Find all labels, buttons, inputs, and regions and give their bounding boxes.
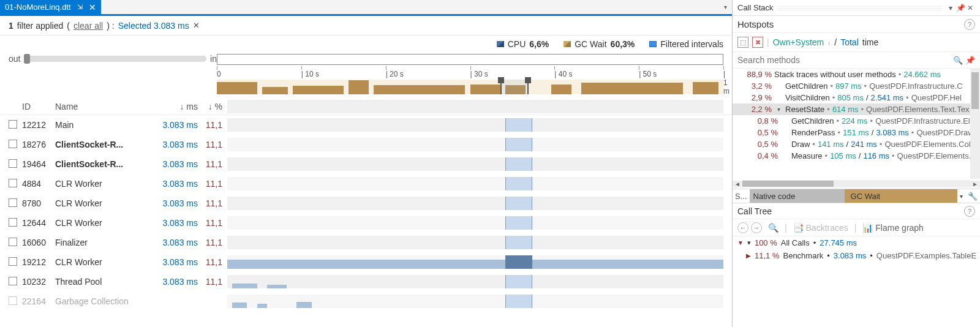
hotspot-row[interactable]: 2,2 %▾ResetState • 614 ms • QuestPDF.Ele… (733, 103, 980, 115)
tab-overflow-icon[interactable]: ▾ (719, 4, 732, 10)
backtraces-button[interactable]: 📑 Backtraces (793, 223, 848, 233)
close-panel-icon[interactable]: ✕ (965, 4, 975, 12)
flame-graph-button[interactable]: 📊 Flame graph (862, 223, 923, 233)
document-tab[interactable]: 01-NoMoreLinq.dtt ⇲ ✕ (0, 0, 101, 14)
thread-checkbox[interactable] (9, 218, 17, 227)
call-tree-row[interactable]: ▼ ▾ 100 % All Calls • 27.745 ms (733, 236, 980, 249)
close-tab-icon[interactable]: ✕ (89, 2, 96, 12)
ruler-tick: | 40 s (554, 66, 572, 78)
col-name-header[interactable]: Name (55, 102, 150, 111)
search-icon[interactable]: 🔍 (768, 223, 778, 233)
clear-all-link[interactable]: clear all (74, 21, 103, 31)
vertical-scrollbar[interactable] (970, 69, 980, 179)
scope-icon-1[interactable]: ⬚ (737, 37, 748, 48)
thread-pct: 11,1 (198, 159, 222, 169)
search-input[interactable] (737, 55, 951, 65)
thread-checkbox[interactable] (9, 257, 17, 266)
thread-ms: 3.083 ms (150, 179, 198, 189)
hotspot-row[interactable]: 0,4 %Measure • 105 ms / 116 ms • QuestPD… (733, 150, 980, 162)
zoom-slider-track[interactable] (24, 56, 206, 62)
thread-id: 19212 (22, 257, 55, 267)
thread-track[interactable] (227, 295, 723, 308)
gc-segment[interactable]: GC Wait (845, 189, 957, 203)
thread-track[interactable] (227, 197, 723, 210)
ruler-tick: | 1 m (723, 66, 729, 96)
thread-pct: 11,1 (198, 120, 222, 130)
summary-menu-icon[interactable]: ▾ (957, 193, 965, 200)
col-ms-header[interactable]: ↓ ms (150, 102, 198, 111)
col-id-header[interactable]: ID (22, 102, 55, 111)
thread-name: Main (55, 120, 150, 130)
thread-ms: 3.083 ms (150, 238, 198, 247)
filtered-swatch-icon (649, 41, 657, 47)
thread-track[interactable] (227, 255, 723, 269)
thread-row[interactable]: 4884CLR Worker3.083 ms11,1 (0, 174, 732, 194)
overview-strip[interactable] (217, 54, 723, 65)
horizontal-scrollbar[interactable]: ◄► (733, 179, 980, 189)
thread-checkbox[interactable] (9, 159, 17, 168)
thread-track[interactable] (227, 177, 723, 190)
ruler-tick: | 30 s (470, 66, 488, 78)
pin-search-icon[interactable]: 📌 (965, 56, 975, 65)
filtered-metric: Filtered intervals (649, 39, 723, 49)
thread-checkbox[interactable] (9, 140, 17, 148)
thread-checkbox[interactable] (9, 198, 17, 207)
thread-ms: 3.083 ms (150, 140, 198, 149)
hotspot-row[interactable]: 3,2 %GetChildren • 897 ms • QuestPDF.Inf… (733, 80, 980, 92)
thread-track[interactable] (227, 157, 723, 171)
thread-track[interactable] (227, 118, 723, 132)
selected-filter-link[interactable]: Selected 3.083 ms (118, 21, 189, 31)
col-pct-header[interactable]: ↓ % (198, 102, 222, 111)
ruler-tick: 0 (217, 66, 221, 78)
panel-menu-icon[interactable]: ▾ (946, 4, 956, 12)
thread-checkbox[interactable] (9, 179, 17, 187)
thread-row[interactable]: 19212CLR Worker3.083 ms11,1 (0, 252, 732, 272)
thread-row[interactable]: 8780CLR Worker3.083 ms11,1 (0, 194, 732, 213)
thread-track[interactable] (227, 216, 723, 230)
hotspot-row[interactable]: 0,8 %GetChildren • 224 ms • QuestPDF.Inf… (733, 115, 980, 127)
thread-row[interactable]: 16060Finalizer3.083 ms11,1 (0, 233, 732, 252)
zoom-slider-thumb[interactable] (24, 54, 30, 64)
help-icon[interactable]: ? (964, 19, 975, 30)
thread-pct: 11,1 (198, 277, 222, 287)
hotspot-row[interactable]: 0,5 %Draw • 141 ms / 241 ms • QuestPDF.E… (733, 138, 980, 150)
thread-track[interactable] (227, 236, 723, 249)
tab-title: 01-NoMoreLinq.dtt (5, 2, 71, 12)
zoom-control[interactable]: out in (9, 54, 217, 64)
hotspot-row[interactable]: 2,9 %VisitChildren • 805 ms / 2.541 ms •… (733, 92, 980, 103)
search-options-icon[interactable]: 🔍 (953, 56, 963, 65)
thread-row[interactable]: 18276ClientSocket-R...3.083 ms11,1 (0, 135, 732, 154)
call-tree-row[interactable]: ▶ 11,1 % Benchmark • 3.083 ms • QuestPDF… (733, 249, 980, 262)
thread-checkbox[interactable] (9, 296, 17, 305)
hotspots-header: Hotspots ? (733, 16, 980, 33)
metrics-bar: CPU 6,6% GC Wait 60,3% Filtered interval… (0, 36, 732, 53)
funnel-icon[interactable]: ▾ (747, 239, 751, 247)
thread-checkbox[interactable] (9, 277, 17, 285)
thread-row[interactable]: 12644CLR Worker3.083 ms11,1 (0, 213, 732, 233)
thread-checkbox[interactable] (9, 238, 17, 246)
help-icon[interactable]: ? (964, 206, 975, 217)
hotspot-row[interactable]: 88,9 %Stack traces without user methods … (733, 69, 980, 80)
thread-track[interactable] (227, 275, 723, 288)
pin-icon[interactable]: ⇲ (77, 3, 83, 11)
pin-panel-icon[interactable]: 📌 (956, 4, 965, 12)
own-system-link[interactable]: Own+System (773, 37, 824, 47)
total-link[interactable]: Total (840, 37, 859, 47)
thread-track[interactable] (227, 138, 723, 151)
gc-overview-band[interactable] (217, 80, 723, 94)
native-segment[interactable]: Native code (750, 189, 845, 203)
thread-row[interactable]: 10232Thread Pool3.083 ms11,1 (0, 272, 732, 291)
thread-row[interactable]: 19464ClientSocket-R...3.083 ms11,1 (0, 154, 732, 174)
thread-row[interactable]: 22164Garbage Collection (0, 291, 732, 311)
expand-icon[interactable]: ▾ (774, 106, 783, 113)
thread-checkbox[interactable] (9, 120, 17, 129)
scope-icon-2[interactable]: ✖ (752, 37, 763, 48)
panel-grip[interactable] (777, 6, 942, 10)
thread-row[interactable]: 12212Main3.083 ms11,1 (0, 115, 732, 135)
remove-filter-icon[interactable]: ✕ (193, 21, 200, 30)
settings-icon[interactable]: 🔧 (965, 192, 980, 201)
cpu-swatch-icon (497, 41, 504, 47)
nav-back-icon[interactable]: ← (737, 222, 748, 233)
hotspot-row[interactable]: 0,5 %RenderPass • 151 ms / 3.083 ms • Qu… (733, 127, 980, 138)
nav-fwd-icon[interactable]: → (751, 222, 762, 233)
